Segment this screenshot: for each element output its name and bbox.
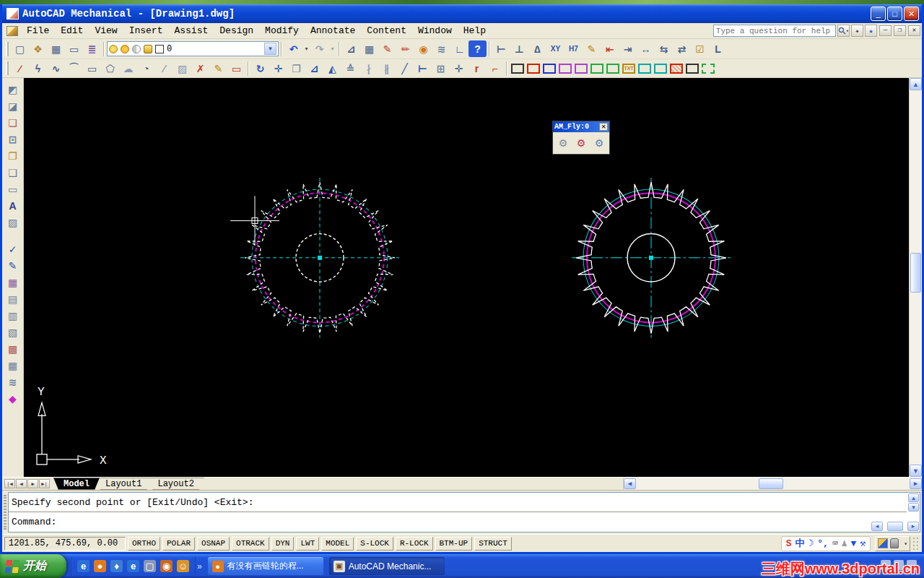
tab-nav-last[interactable]: ▶|	[39, 479, 50, 488]
gear-icon-icon[interactable]: ⚙	[555, 135, 571, 151]
task-autocad[interactable]: ▣AutoCAD Mechanic...	[329, 557, 445, 575]
am-copy-multiple-icon[interactable]: ❐	[4, 147, 22, 164]
multi-dimension-icon[interactable]: ↔	[637, 40, 655, 57]
layer-blue-icon[interactable]	[543, 64, 556, 74]
tab-nav-first[interactable]: |◀	[4, 479, 15, 488]
layer-combo-arrow[interactable]: ▼	[264, 43, 276, 55]
dimension-insert-icon[interactable]: ⇄	[673, 40, 691, 57]
command-hscroll-thumb[interactable]	[887, 522, 903, 531]
status-toggle-osnap[interactable]: OSNAP	[197, 537, 230, 551]
am-text-icon[interactable]: A	[4, 197, 22, 214]
menu-window[interactable]: Window	[412, 24, 458, 38]
scroll-down-icon[interactable]: ▼	[910, 465, 922, 477]
language-indicator-icon[interactable]	[878, 538, 888, 548]
sogou-logo[interactable]: S	[786, 539, 792, 548]
media-icon[interactable]: ◉	[160, 560, 173, 572]
power-edit-icon[interactable]: ✎	[378, 40, 396, 57]
layer-combo[interactable]: 0 ▼	[107, 41, 279, 56]
status-tray[interactable]: ▾	[875, 536, 910, 551]
polyline-icon[interactable]: ϟ	[29, 61, 47, 77]
am-rendering-icon[interactable]: ◆	[4, 390, 22, 407]
new-file-icon[interactable]: ▢	[11, 40, 29, 57]
mdi-minimize-button[interactable]: —	[879, 25, 892, 36]
dimension-edit-icon[interactable]: ✎	[583, 40, 601, 57]
start-button[interactable]: 开始	[0, 554, 66, 578]
maximize-button[interactable]: □	[887, 7, 902, 21]
angle-dimension-icon[interactable]: ∆	[528, 40, 546, 57]
tab-nav-prev[interactable]: ◀	[16, 479, 27, 488]
task-browser[interactable]: ●有没有画链轮的程...	[208, 557, 323, 575]
settings-wrench[interactable]: ⚒	[860, 539, 866, 548]
gear-pair-icon-icon[interactable]: ⚙	[573, 135, 589, 151]
menu-insert[interactable]: Insert	[123, 24, 169, 38]
hatch-icon[interactable]: ▨	[173, 61, 191, 77]
mdi-close-button[interactable]: ✕	[908, 25, 920, 36]
break-icon[interactable]: ∦	[378, 61, 396, 77]
scroll-right-icon[interactable]: ▶	[910, 478, 922, 489]
detail-view-icon[interactable]: ▭	[227, 61, 245, 77]
undo-icon[interactable]: ↶	[284, 40, 302, 57]
rectangle-icon[interactable]: ▭	[83, 61, 101, 77]
resize-grip[interactable]	[912, 537, 920, 550]
chinese-mode[interactable]: 中	[795, 539, 804, 548]
corner-chamfer-icon[interactable]: ⌐	[486, 61, 504, 77]
line-icon[interactable]: ∕	[11, 61, 29, 77]
help-icon[interactable]: ?	[468, 40, 487, 57]
extend-icon[interactable]: ╱	[396, 61, 414, 77]
save-file-icon[interactable]: ▦	[47, 40, 65, 57]
tab-layout2[interactable]: Layout2	[147, 478, 204, 490]
skin-shirt[interactable]: ▼	[851, 539, 857, 548]
horizontal-scrollbar[interactable]: ◀ ▶	[623, 478, 922, 490]
layer-thaw-sun-icon[interactable]	[121, 45, 129, 53]
layer-text-icon[interactable]: TXT	[622, 64, 635, 74]
layer-color-swatch[interactable]	[155, 45, 164, 53]
power-snap-icon[interactable]: ✛	[450, 61, 468, 77]
menu-design[interactable]: Design	[214, 24, 259, 38]
layer-cyan-2-icon[interactable]	[654, 64, 667, 74]
layer-violet-2-icon[interactable]	[575, 64, 588, 74]
copy-object-icon[interactable]: ❐	[287, 61, 305, 77]
am-group-objects-icon[interactable]: ❑	[4, 164, 22, 181]
drawing-borders-icon[interactable]: ▦	[360, 40, 378, 57]
power-dimension-icon[interactable]: ⊢	[492, 40, 510, 57]
dimension-align-icon[interactable]: ⇆	[655, 40, 673, 57]
revision-cloud-icon[interactable]: ☁	[119, 61, 137, 77]
layer-violet-1-icon[interactable]	[559, 64, 572, 74]
am-fly-palette[interactable]: AM_Fly:0 ✕ ⚙⚙⚙	[552, 121, 610, 155]
am-bearing-calc-icon[interactable]: ▥	[4, 307, 22, 324]
power-copy-icon[interactable]: ✏	[396, 40, 414, 57]
ie2-icon[interactable]: e	[127, 560, 139, 572]
toolbar-grip[interactable]	[6, 42, 9, 56]
punctuation-mode[interactable]: °,	[817, 539, 829, 548]
vertical-scroll-track[interactable]	[910, 90, 922, 465]
command-scroll-down-icon[interactable]: ▾	[908, 503, 919, 512]
user-account[interactable]: ♟	[842, 539, 847, 548]
am-fly-close-icon[interactable]: ✕	[599, 123, 608, 131]
layer-green-2-icon[interactable]	[606, 64, 619, 74]
check-dimension-icon[interactable]: ☑	[691, 40, 709, 57]
array-icon[interactable]: ⊞	[432, 61, 450, 77]
scale-icon[interactable]: ⊿	[305, 61, 323, 77]
window-app-icon[interactable]: ▢	[144, 560, 156, 572]
command-prompt-line[interactable]: Command:	[9, 512, 907, 531]
layer-viewport-icon[interactable]	[132, 45, 141, 53]
layer-green-1-icon[interactable]	[590, 64, 603, 74]
dimension-stretch-icon[interactable]: ⇤	[601, 40, 619, 57]
ordinate-dimension-icon[interactable]: ⊥	[510, 40, 528, 57]
break-at-point-icon[interactable]: ∤	[359, 61, 378, 77]
command-vertical-scrollbar[interactable]: ▴ ▾	[908, 493, 919, 512]
power-trim-icon[interactable]: ✗	[191, 61, 209, 77]
corner-fillet-icon[interactable]: r	[468, 61, 486, 77]
layer-contour-icon[interactable]	[511, 64, 524, 74]
drawing-title-icon[interactable]: ⊿	[342, 40, 360, 57]
status-toggle-otrack[interactable]: OTRACK	[232, 537, 269, 551]
am-viewport-icon[interactable]: ▭	[4, 181, 22, 197]
circle-icon[interactable]: ◔	[137, 61, 155, 77]
status-toggle-s-lock[interactable]: S-LOCK	[356, 537, 393, 551]
am-steel-shapes-icon[interactable]: ▦	[4, 357, 22, 374]
hatch-edit-icon[interactable]: ✎	[209, 61, 227, 77]
am-power-erase-icon[interactable]: ◪	[4, 98, 22, 114]
am-shaft-calc-icon[interactable]: ▧	[4, 324, 22, 340]
open-file-icon[interactable]: ❖	[29, 40, 47, 57]
menu-file[interactable]: File	[21, 24, 55, 38]
